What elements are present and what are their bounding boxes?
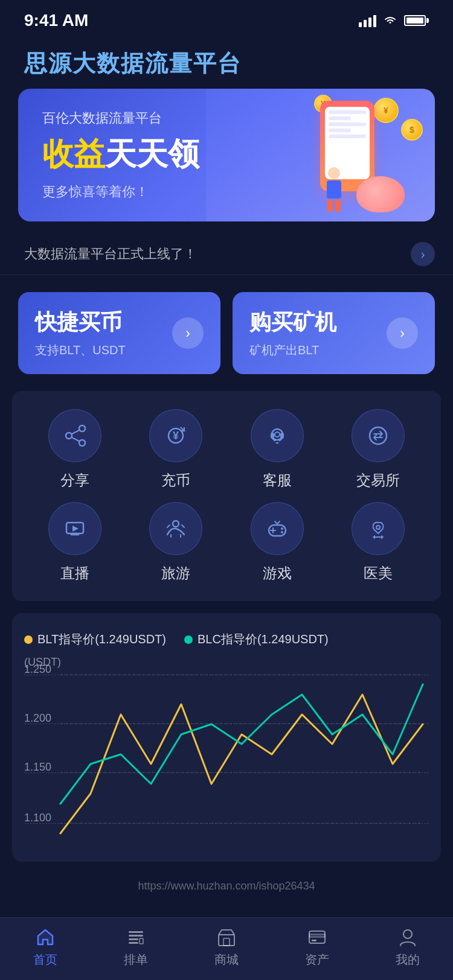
share-label: 分享 [60, 471, 89, 490]
banner-title: 收益天天领 [42, 133, 417, 176]
banner-title-rest: 天天领 [105, 136, 199, 171]
icon-grid-section: 分享 ¥ 充币 [12, 391, 441, 601]
buy-coin-title: 快捷买币 [35, 308, 126, 337]
announcement-arrow[interactable]: › [411, 242, 435, 266]
svg-rect-34 [219, 935, 234, 946]
nav-home[interactable]: 首页 [15, 926, 76, 968]
assets-icon [306, 926, 328, 948]
y-label-1100: 1.100 [24, 811, 60, 824]
svg-rect-32 [129, 942, 138, 944]
live-icon [48, 502, 101, 555]
quick-actions: 快捷买币 支持BLT、USDT › 购买矿机 矿机产出BLT › [0, 275, 453, 391]
banner-subtitle: 百伦大数据流量平台 [42, 109, 417, 127]
svg-rect-31 [129, 938, 138, 940]
shop-icon [216, 926, 237, 948]
icon-item-service[interactable]: 客服 [226, 409, 328, 490]
watermark: https://www.huzhan.com/ishop26434 [0, 874, 453, 899]
nav-assets-label: 资产 [305, 952, 329, 968]
recharge-icon: ¥ [149, 409, 202, 462]
mine-icon [397, 926, 419, 948]
svg-point-16 [173, 521, 179, 527]
chart-svg [60, 675, 423, 844]
nav-ranking[interactable]: 排单 [106, 926, 166, 968]
svg-point-10 [275, 432, 280, 437]
ranking-icon [125, 926, 147, 948]
announcement-text: 大数据流量平台正式上线了！ [24, 245, 411, 263]
svg-rect-29 [129, 931, 143, 933]
y-label-1150: 1.150 [24, 760, 60, 773]
game-label: 游戏 [263, 564, 292, 583]
svg-line-3 [72, 430, 79, 434]
buy-miner-sub: 矿机产出BLT [249, 342, 336, 358]
chart-legend: BLT指导价(1.249USDT) BLC指导价(1.249USDT) [24, 631, 429, 648]
status-bar: 9:41 AM [0, 0, 453, 36]
svg-point-22 [281, 527, 283, 530]
nav-mine-label: 我的 [396, 952, 420, 968]
nav-assets[interactable]: 资产 [287, 926, 347, 968]
svg-point-2 [79, 440, 85, 446]
y-label-1250: 1.250 [24, 663, 60, 675]
nav-mine[interactable]: 我的 [378, 926, 438, 968]
battery-icon [404, 15, 429, 26]
medical-icon [352, 502, 405, 555]
svg-rect-38 [312, 940, 316, 941]
buy-coin-sub: 支持BLT、USDT [35, 342, 126, 358]
icon-item-exchange[interactable]: 交易所 [328, 409, 429, 490]
service-icon [251, 409, 304, 462]
chart-section: BLT指导价(1.249USDT) BLC指导价(1.249USDT) (USD… [12, 613, 441, 862]
icon-item-travel[interactable]: 旅游 [126, 502, 227, 583]
svg-marker-13 [72, 526, 79, 532]
banner-desc: 更多惊喜等着你！ [42, 183, 417, 201]
buy-miner-button[interactable]: 购买矿机 矿机产出BLT › [233, 292, 435, 374]
blc-label: BLC指导价(1.249USDT) [198, 631, 329, 648]
chart-container: 1.250 1.200 1.150 1.100 [24, 675, 429, 844]
svg-rect-35 [223, 938, 230, 946]
blc-dot [184, 635, 193, 644]
live-label: 直播 [60, 564, 89, 583]
banner[interactable]: ¥ $ ¥ 百伦大数据流量平 [18, 89, 435, 221]
buy-coin-arrow: › [172, 317, 204, 349]
legend-blc: BLC指导价(1.249USDT) [184, 631, 329, 648]
announcement-bar: 大数据流量平台正式上线了！ › [0, 234, 453, 275]
signal-icon [359, 14, 376, 27]
svg-point-39 [403, 930, 412, 938]
icon-item-live[interactable]: 直播 [24, 502, 126, 583]
icon-item-game[interactable]: 游戏 [226, 502, 328, 583]
home-icon [34, 926, 56, 948]
y-label-1200: 1.200 [24, 711, 60, 724]
medical-label: 医美 [364, 564, 393, 583]
travel-icon [149, 502, 202, 555]
blt-dot [24, 635, 33, 644]
service-label: 客服 [263, 471, 292, 490]
icon-item-medical[interactable]: 医美 [328, 502, 429, 583]
svg-point-23 [281, 531, 283, 533]
svg-line-18 [182, 525, 184, 527]
nav-ranking-label: 排单 [124, 952, 148, 968]
icon-item-share[interactable]: 分享 [24, 409, 126, 490]
svg-rect-37 [309, 934, 325, 937]
share-icon [48, 409, 101, 462]
svg-point-0 [66, 433, 72, 439]
nav-shop[interactable]: 商城 [196, 926, 257, 968]
exchange-label: 交易所 [356, 471, 400, 490]
exchange-icon [352, 409, 405, 462]
svg-line-4 [72, 438, 79, 441]
svg-rect-33 [140, 938, 143, 944]
svg-text:¥: ¥ [173, 430, 179, 442]
banner-section: ¥ $ ¥ 百伦大数据流量平 [0, 89, 453, 234]
recharge-label: 充币 [161, 471, 190, 490]
wifi-icon [382, 14, 398, 27]
status-icons [359, 14, 429, 27]
svg-point-11 [370, 427, 387, 444]
travel-label: 旅游 [161, 564, 190, 583]
svg-point-24 [376, 526, 380, 529]
svg-point-1 [79, 425, 85, 431]
bottom-nav: 首页 排单 商城 资产 我的 [0, 917, 453, 980]
nav-home-label: 首页 [33, 952, 57, 968]
svg-rect-30 [129, 935, 143, 937]
svg-line-17 [167, 525, 170, 527]
buy-coin-button[interactable]: 快捷买币 支持BLT、USDT › [18, 292, 220, 374]
game-icon [251, 502, 304, 555]
icon-item-recharge[interactable]: ¥ 充币 [126, 409, 227, 490]
buy-miner-arrow: › [387, 317, 418, 349]
